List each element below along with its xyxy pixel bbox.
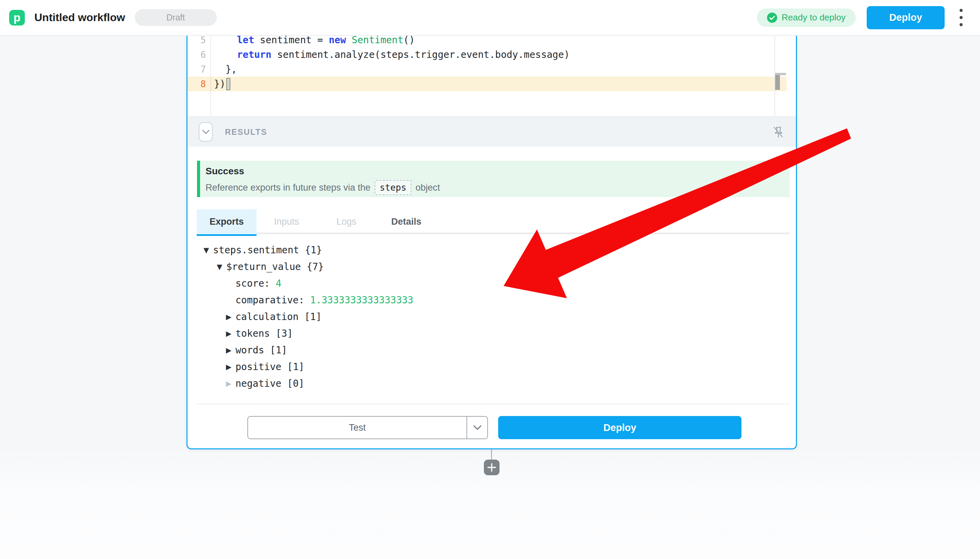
tree-row-return-value[interactable]: ▼ $return_value {7}: [188, 258, 796, 275]
scrollbar-thumb[interactable]: [775, 75, 780, 90]
code-segment: },: [214, 64, 237, 75]
ready-badge-label: Ready to deploy: [782, 12, 846, 23]
code-line-7[interactable]: 7 },: [188, 62, 796, 77]
results-section-header: RESULTS: [188, 116, 796, 147]
plus-icon: [487, 463, 496, 472]
step-connector-line: [491, 449, 492, 461]
steps-code-chip: steps: [375, 180, 411, 195]
tree-row-score: score: 4: [188, 275, 796, 292]
code-editor[interactable]: 5 let sentiment = new Sentiment() 6 retu…: [188, 36, 796, 116]
disclosure-triangle-icon[interactable]: ▶: [226, 363, 236, 371]
app-header: p Untitled workflow Draft Ready to deplo…: [0, 0, 980, 36]
line-number: 6: [188, 50, 210, 60]
code-line-5[interactable]: 5 let sentiment = new Sentiment(): [188, 36, 796, 47]
tree-key: $return_value: [226, 261, 301, 272]
header-actions: Ready to deploy Deploy: [757, 6, 968, 29]
results-tabs: Exports Inputs Logs Details: [197, 209, 790, 234]
disclosure-triangle-icon[interactable]: ▶: [226, 313, 236, 321]
tree-key: negative: [236, 378, 281, 389]
tree-row-calculation[interactable]: ▶ calculation [1]: [188, 308, 796, 325]
logo-letter: p: [13, 11, 21, 24]
tree-row-words[interactable]: ▶ words [1]: [188, 342, 796, 359]
test-options-dropdown[interactable]: [467, 417, 487, 438]
success-subtext: Reference exports in future steps via th…: [206, 180, 790, 195]
code-segment: [214, 36, 237, 46]
line-number: 8: [188, 79, 210, 89]
draft-badge: Draft: [135, 9, 217, 26]
tree-key: words: [236, 344, 264, 356]
workflow-title[interactable]: Untitled workflow: [35, 11, 125, 24]
tree-key: score:: [236, 278, 270, 289]
tree-row-steps-sentiment[interactable]: ▼ steps.sentiment {1}: [188, 242, 796, 258]
tree-count: [1]: [287, 361, 305, 372]
code-text: },: [210, 64, 237, 75]
tree-row-negative[interactable]: ▶ negative [0]: [188, 375, 796, 392]
success-text-after: object: [416, 182, 440, 193]
code-segment: return: [237, 49, 271, 60]
pipedream-logo[interactable]: p: [9, 10, 25, 26]
collapse-results-button[interactable]: [199, 122, 213, 142]
kebab-menu-icon[interactable]: [954, 6, 968, 29]
disclosure-triangle-icon[interactable]: ▶: [226, 329, 236, 338]
success-text-before: Reference exports in future steps via th…: [206, 182, 371, 193]
tree-count: [0]: [287, 378, 305, 389]
tree-count: {1}: [305, 245, 322, 256]
chevron-down-icon: [202, 130, 210, 134]
add-step-button[interactable]: [484, 460, 500, 475]
code-segment: [214, 49, 237, 60]
chevron-down-icon: [474, 425, 482, 430]
success-title: Success: [206, 166, 790, 177]
deploy-header-label: Deploy: [889, 12, 922, 23]
tab-exports[interactable]: Exports: [197, 209, 257, 234]
code-text: }): [210, 78, 230, 90]
test-button[interactable]: Test: [248, 417, 467, 438]
test-button-group: Test: [247, 416, 488, 439]
check-circle-icon: [767, 13, 777, 23]
code-line-6[interactable]: 6 return sentiment.analyze(steps.trigger…: [188, 47, 796, 62]
disclosure-triangle-icon[interactable]: ▶: [226, 346, 236, 354]
deploy-button-header[interactable]: Deploy: [867, 6, 945, 29]
code-segment: sentiment =: [254, 36, 329, 46]
tree-count: [3]: [276, 328, 293, 339]
ready-to-deploy-badge: Ready to deploy: [757, 8, 856, 27]
code-segment: (): [403, 36, 415, 46]
tree-key: positive: [236, 361, 281, 372]
tree-row-comparative: comparative: 1.3333333333333333: [188, 292, 796, 308]
tree-count: {7}: [307, 261, 324, 272]
code-text: return sentiment.analyze(steps.trigger.e…: [210, 49, 570, 60]
tree-key: steps.sentiment: [213, 245, 299, 256]
tab-details[interactable]: Details: [376, 209, 436, 234]
success-banner: Success Reference exports in future step…: [197, 161, 790, 197]
step-card-sentiment: 5 let sentiment = new Sentiment() 6 retu…: [186, 36, 797, 449]
tree-value: 1.3333333333333333: [310, 294, 413, 306]
disclosure-triangle-icon[interactable]: ▼: [203, 246, 213, 254]
line-number: 5: [188, 36, 210, 45]
tab-logs-label: Logs: [337, 217, 356, 227]
code-segment: new: [329, 36, 346, 46]
deploy-button-card[interactable]: Deploy: [498, 416, 741, 439]
disclosure-triangle-icon[interactable]: ▶: [226, 380, 236, 388]
code-segment: let: [237, 36, 254, 46]
tree-row-tokens[interactable]: ▶ tokens [3]: [188, 325, 796, 342]
tree-row-positive[interactable]: ▶ positive [1]: [188, 359, 796, 375]
disclosure-triangle-icon[interactable]: ▼: [217, 263, 226, 271]
code-segment: sentiment.analyze(steps.trigger.event.bo…: [272, 49, 570, 60]
code-segment: Sentiment: [352, 36, 404, 46]
code-text: let sentiment = new Sentiment(): [210, 36, 415, 46]
tab-logs: Logs: [317, 209, 376, 234]
tab-exports-label: Exports: [210, 217, 244, 227]
tree-count: [1]: [270, 344, 287, 356]
tree-count: [1]: [304, 311, 322, 322]
line-number: 7: [188, 64, 210, 74]
text-cursor: [226, 78, 230, 90]
pin-off-icon[interactable]: [771, 125, 786, 140]
exports-tree: ▼ steps.sentiment {1} ▼ $return_value {7…: [188, 242, 796, 392]
tree-key: comparative:: [236, 294, 304, 306]
tree-value: 4: [276, 278, 281, 289]
code-segment: [346, 36, 352, 46]
code-line-8-active[interactable]: 8 }): [188, 77, 787, 91]
footer-divider: [197, 404, 790, 404]
gutter-divider: [210, 36, 211, 116]
draft-badge-label: Draft: [167, 13, 185, 23]
code-segment: }): [214, 78, 226, 89]
